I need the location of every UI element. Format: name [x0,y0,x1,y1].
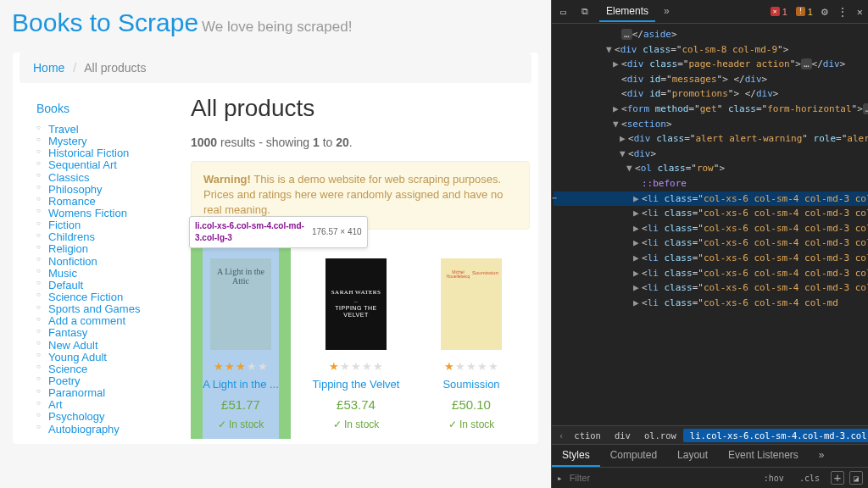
category-link[interactable]: Poetry [48,374,81,387]
site-title-link[interactable]: Books to Scrape [12,8,198,36]
category-link[interactable]: Young Adult [48,351,107,363]
category-link[interactable]: Mystery [48,135,87,147]
styles-tab[interactable]: Computed [600,445,667,467]
category-link[interactable]: Sports and Games [48,302,140,315]
product-card[interactable]: SARAH WATERS—TIPPING THE VELVET★★★★★Tipp… [306,245,406,439]
styles-filter-input[interactable] [570,473,753,483]
sidebar-item: Music [36,268,174,280]
hov-toggle[interactable]: :hov [760,472,788,485]
dom-node[interactable]: …</aside> [554,27,868,42]
styles-tab[interactable]: Styles [552,445,600,467]
dom-node[interactable]: ▼<ol class="row"> [554,161,868,176]
styles-tab[interactable]: Event Listeners [718,445,809,467]
category-link[interactable]: Art [48,398,63,411]
category-link[interactable]: Science Fiction [48,291,123,303]
sidebar-item: Art [36,399,174,411]
category-link[interactable]: Autobiography [48,423,120,435]
product-stock: In stock [306,419,406,430]
styles-tab-more-icon[interactable] [809,445,835,467]
sidebar-item: Travel [36,124,174,136]
product-card[interactable]: Michel HouellebecqSoumission★★★★★Soumiss… [421,245,521,439]
category-link[interactable]: Psychology [48,410,104,423]
error-count[interactable]: ✕1 [771,7,787,17]
devtools-panel: Elements ✕1 !1 …</aside>▼<div class="col… [551,0,868,488]
results-total: 1000 [191,136,217,149]
dom-node[interactable]: ▶<li class="col-xs-6 col-sm-4 col-md [554,296,868,311]
category-link[interactable]: Default [48,279,83,291]
crumb-item[interactable]: ol.row [637,429,683,442]
breadcrumb-current: All products [84,61,146,75]
styles-tab[interactable]: Layout [667,445,718,467]
category-link[interactable]: Paranormal [48,386,105,399]
styles-filter-row: ▸ :hov .cls ◪ [552,468,868,488]
tab-elements[interactable]: Elements [599,2,655,22]
sidebar: Books TravelMysteryHistorical FictionSeq… [21,90,182,444]
dom-node[interactable]: ▼<section> [554,117,868,132]
results-from: 1 [313,136,320,149]
dom-node[interactable]: ▶<li class="col-xs-6 col-sm-4 col-md-3 c… [554,266,868,281]
crumb-item[interactable]: ction [567,429,608,442]
dom-node[interactable]: ▶<li class="col-xs-6 col-sm-4 col-md-3 c… [554,206,868,221]
breadcrumb-home[interactable]: Home [33,61,64,75]
warning-count[interactable]: !1 [796,7,813,17]
category-link[interactable]: Religion [48,242,88,255]
category-link[interactable]: New Adult [48,339,98,352]
dom-node[interactable]: ▶<form method="get" class="form-horizont… [554,102,868,117]
category-link[interactable]: Childrens [48,230,95,243]
category-link[interactable]: Fantasy [48,326,87,339]
category-link[interactable]: Sequential Art [48,158,117,171]
tooltip-selector: li.col-xs-6.col-sm-4.col-md-3.col-lg-3 [195,220,305,244]
category-link[interactable]: Womens Fiction [48,207,127,219]
category-link[interactable]: Historical Fiction [48,147,129,159]
results-to: 20 [336,136,349,149]
new-style-rule-icon[interactable] [831,471,844,485]
category-link[interactable]: Travel [48,123,79,136]
sidebar-item: Romance [36,196,174,208]
category-link[interactable]: Fiction [48,219,81,231]
category-link[interactable]: Nonfiction [48,255,97,268]
dom-node[interactable]: ::before [554,176,868,191]
cls-toggle[interactable]: .cls [795,472,824,485]
sidebar-header[interactable]: Books [36,102,174,115]
kebab-icon[interactable] [837,5,849,19]
dom-node[interactable]: <div id="messages"> </div> [554,72,868,87]
product-title[interactable]: A Light in the ... [191,378,291,391]
crumb-item[interactable]: li.col-xs-6.col-sm-4.col-md-3.col-lg-3 [683,429,868,442]
product-card[interactable]: A Light in the Attic★★★★★A Light in the … [191,245,291,439]
category-link[interactable]: Music [48,267,77,280]
category-link[interactable]: Romance [48,195,96,208]
dom-node[interactable]: ▶<div class="page-header action">…</div> [554,57,868,72]
sidebar-item: Young Adult [36,352,174,363]
dom-node[interactable]: ▶<li class="col-xs-6 col-sm-4 col-md-3 c… [554,251,868,266]
styles-tool-icon[interactable]: ◪ [849,471,863,485]
dom-node[interactable]: ▶<li class="col-xs-6 col-sm-4 col-md-3 c… [554,236,868,251]
dom-node[interactable]: <div id="promotions"> </div> [554,86,868,102]
sidebar-item: Science [36,363,174,375]
category-link[interactable]: Science [48,363,87,375]
product-title[interactable]: Soumission [421,378,521,391]
filter-expand-icon[interactable]: ▸ [557,473,563,484]
gear-icon[interactable] [821,5,828,18]
dom-node[interactable]: ▶<li class="col-xs-6 col-sm-4 col-md-3 c… [554,221,868,236]
dom-node[interactable]: ▼<div class="col-sm-8 col-md-9"> [554,42,868,58]
category-link[interactable]: Classics [48,171,89,184]
device-toggle-icon[interactable] [578,5,591,18]
category-link[interactable]: Add a comment [48,314,125,327]
sidebar-item: Science Fiction [36,291,174,303]
crumb-item[interactable]: div [608,429,637,442]
tooltip-dimensions: 176.57 × 410 [312,226,362,238]
inspect-icon[interactable] [557,5,570,18]
dom-node[interactable]: ▼<div> [554,147,868,162]
dom-tree[interactable]: …</aside>▼<div class="col-sm-8 col-md-9"… [552,24,868,425]
crumb-left-icon[interactable]: ‹ [555,430,567,441]
sidebar-item: Sports and Games [36,303,174,315]
tab-more-icon[interactable] [657,2,676,22]
category-link[interactable]: Philosophy [48,183,103,196]
dom-node[interactable]: ⋯▶<li class="col-xs-6 col-sm-4 col-md-3 … [554,191,868,207]
dom-node[interactable]: ▶<li class="col-xs-6 col-sm-4 col-md-3 c… [554,280,868,296]
product-title[interactable]: Tipping the Velvet [306,378,406,391]
close-icon[interactable] [857,6,863,18]
sidebar-item: Fiction [36,219,174,231]
breadcrumb: Home / All products [19,53,531,83]
dom-node[interactable]: ▶<div class="alert alert-warning" role="… [554,131,868,147]
